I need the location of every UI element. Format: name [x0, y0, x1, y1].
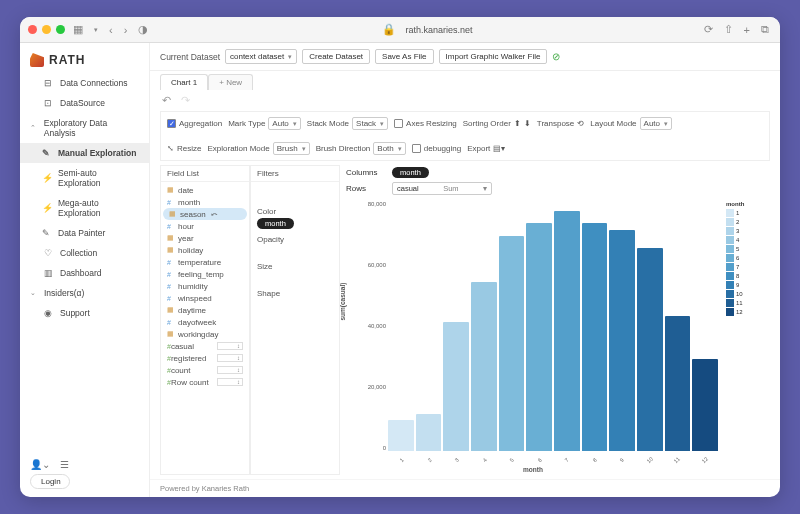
tabs-icon[interactable]: ⧉ — [758, 23, 772, 36]
nav-mega-auto[interactable]: ⚡Mega-auto Exploration — [20, 193, 149, 223]
bar-4[interactable] — [471, 282, 497, 451]
rows-field-select[interactable]: casualSum — [392, 182, 492, 195]
forward-icon[interactable]: › — [121, 24, 131, 36]
field-date[interactable]: ▦date — [161, 184, 249, 196]
field-winspeed[interactable]: #winspeed — [161, 292, 249, 304]
color-shelf[interactable]: Color month — [251, 204, 339, 232]
refresh-icon[interactable]: ⟳ — [701, 23, 716, 36]
sidebar-toggle-icon[interactable]: ▦ — [70, 23, 86, 36]
maximize-window-icon[interactable] — [56, 25, 65, 34]
legend-item-7[interactable]: 7 — [726, 263, 766, 271]
undo-icon[interactable]: ↶ — [162, 94, 171, 107]
legend-item-2[interactable]: 2 — [726, 218, 766, 226]
legend-item-3[interactable]: 3 — [726, 227, 766, 235]
legend-item-1[interactable]: 1 — [726, 209, 766, 217]
minimize-window-icon[interactable] — [42, 25, 51, 34]
tab-chart1[interactable]: Chart 1 — [160, 74, 208, 90]
user-icon[interactable]: 👤⌄ — [30, 459, 50, 470]
bar-2[interactable] — [416, 414, 442, 451]
legend-item-8[interactable]: 8 — [726, 272, 766, 280]
legend-item-4[interactable]: 4 — [726, 236, 766, 244]
login-button[interactable]: Login — [30, 474, 70, 489]
field-humidity[interactable]: #humidity — [161, 280, 249, 292]
nav-collection[interactable]: ♡Collection — [20, 243, 149, 263]
bar-6[interactable] — [526, 223, 552, 451]
bar-10[interactable] — [637, 248, 663, 451]
logo[interactable]: RATH — [20, 47, 149, 73]
field-holiday[interactable]: ▦holiday — [161, 244, 249, 256]
bar-8[interactable] — [582, 223, 608, 451]
nav-support[interactable]: ◉Support — [20, 303, 149, 323]
tab-new[interactable]: + New — [208, 74, 253, 90]
save-as-file-button[interactable]: Save As File — [375, 49, 433, 64]
columns-pill[interactable]: month — [392, 167, 429, 178]
nav-dashboard[interactable]: ▥Dashboard — [20, 263, 149, 283]
field-feeling-temp[interactable]: #feeling_temp — [161, 268, 249, 280]
legend-item-11[interactable]: 11 — [726, 299, 766, 307]
share-icon[interactable]: ⇧ — [721, 23, 736, 36]
close-window-icon[interactable] — [28, 25, 37, 34]
create-dataset-button[interactable]: Create Dataset — [302, 49, 370, 64]
import-gw-button[interactable]: Import Graphic Walker File — [439, 49, 548, 64]
field-hour[interactable]: #hour — [161, 220, 249, 232]
legend-item-12[interactable]: 12 — [726, 308, 766, 316]
stack-mode-select[interactable]: Stack — [352, 117, 388, 130]
casual-agg-select[interactable] — [217, 342, 243, 350]
back-icon[interactable]: ‹ — [106, 24, 116, 36]
nav-semi-auto[interactable]: ⚡Semi-auto Exploration — [20, 163, 149, 193]
brush-dir-select[interactable]: Both — [373, 142, 405, 155]
field-rowcount[interactable]: #Row count — [161, 376, 249, 388]
transpose-icon[interactable]: ⟲ — [577, 119, 584, 128]
explore-mode-select[interactable]: Brush — [273, 142, 310, 155]
bar-5[interactable] — [499, 236, 525, 451]
sort-asc-icon[interactable]: ⬆ — [514, 119, 521, 128]
bar-1[interactable] — [388, 420, 414, 451]
new-tab-icon[interactable]: + — [741, 24, 753, 36]
field-year[interactable]: ▦year — [161, 232, 249, 244]
opacity-shelf[interactable]: Opacity — [251, 232, 339, 247]
field-month[interactable]: #month — [161, 196, 249, 208]
bar-9[interactable] — [609, 230, 635, 451]
chevron-down-icon[interactable]: ▾ — [91, 26, 101, 34]
color-pill[interactable]: month — [257, 218, 294, 229]
field-count[interactable]: #count — [161, 364, 249, 376]
sort-desc-icon[interactable]: ⬇ — [524, 119, 531, 128]
bar-7[interactable] — [554, 211, 580, 451]
legend-item-6[interactable]: 6 — [726, 254, 766, 262]
rowcount-agg-select[interactable] — [217, 378, 243, 386]
field-registered[interactable]: #registered — [161, 352, 249, 364]
shape-shelf[interactable]: Shape — [251, 286, 339, 301]
field-temperature[interactable]: #temperature — [161, 256, 249, 268]
resize-icon[interactable]: ⤡ — [167, 144, 174, 153]
shield-icon[interactable]: ◑ — [135, 23, 151, 36]
count-agg-select[interactable] — [217, 366, 243, 374]
bar-chart[interactable]: sum(casual) 80,00060,00040,00020,0000 12… — [344, 201, 722, 471]
nav-data-painter[interactable]: ✎Data Painter — [20, 223, 149, 243]
field-season[interactable]: ▦season⤺ — [163, 208, 247, 220]
nav-insiders[interactable]: ⌄Insiders(α) — [20, 283, 149, 303]
size-shelf[interactable]: Size — [251, 259, 339, 274]
export-icon[interactable]: ▤▾ — [493, 144, 505, 153]
mark-type-select[interactable]: Auto — [268, 117, 300, 130]
field-casual[interactable]: #casual — [161, 340, 249, 352]
nav-eda[interactable]: ⌃Exploratory Data Analysis — [20, 113, 149, 143]
layout-mode-select[interactable]: Auto — [640, 117, 672, 130]
settings-icon[interactable]: ☰ — [60, 459, 69, 470]
aggregation-checkbox[interactable]: ✓ — [167, 119, 176, 128]
legend-item-9[interactable]: 9 — [726, 281, 766, 289]
redo-icon[interactable]: ↷ — [181, 94, 190, 107]
bar-12[interactable] — [692, 359, 718, 451]
legend-item-10[interactable]: 10 — [726, 290, 766, 298]
field-workingday[interactable]: ▦workingday — [161, 328, 249, 340]
field-daytime[interactable]: ▦daytime — [161, 304, 249, 316]
field-dayofweek[interactable]: #dayofweek — [161, 316, 249, 328]
legend-item-5[interactable]: 5 — [726, 245, 766, 253]
debugging-checkbox[interactable] — [412, 144, 421, 153]
nav-datasource[interactable]: ⊡DataSource — [20, 93, 149, 113]
nav-data-connections[interactable]: ⊟Data Connections — [20, 73, 149, 93]
bar-11[interactable] — [665, 316, 691, 451]
axes-resizing-checkbox[interactable] — [394, 119, 403, 128]
bar-3[interactable] — [443, 322, 469, 451]
rows-shelf[interactable]: Rows casualSum — [340, 180, 770, 197]
columns-shelf[interactable]: Columns month — [340, 165, 770, 180]
